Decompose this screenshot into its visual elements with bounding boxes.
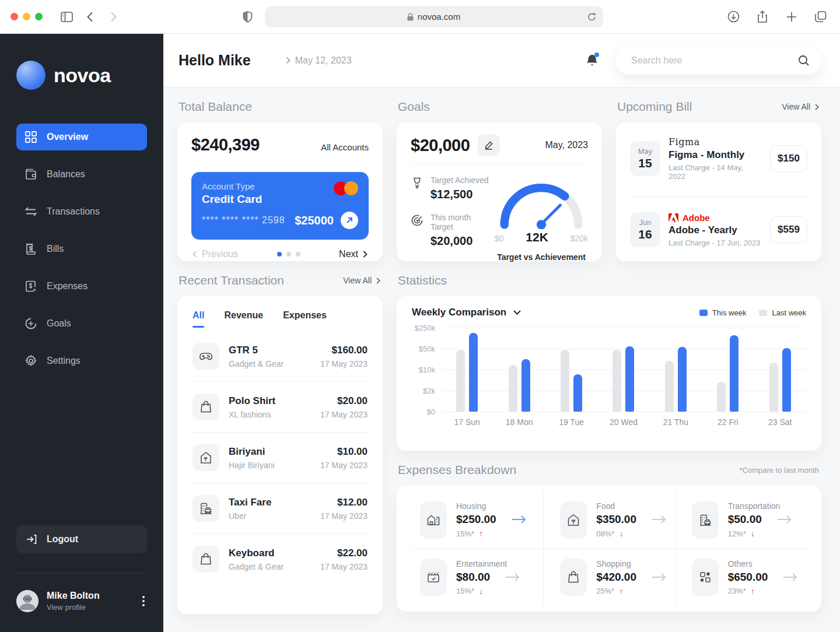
goal-gauge: $0 12K $20k Target vs Achievement <box>495 175 588 262</box>
card-open-button[interactable] <box>341 212 358 229</box>
new-tab-icon[interactable] <box>783 8 800 26</box>
pager-dot[interactable] <box>277 252 282 257</box>
transaction-row[interactable]: Polo Shirt XL fashions $20.00 17 May 202… <box>191 382 369 433</box>
transaction-row[interactable]: Taxi Fare Uber $12.00 17 May 2023 <box>191 483 369 534</box>
back-icon[interactable] <box>81 8 99 26</box>
this-week-bar <box>469 333 478 412</box>
x-tick-label: 17 Sun <box>441 417 493 427</box>
transaction-row[interactable]: Keyboard Gadget & Gear $22.00 17 May 202… <box>191 534 369 584</box>
pager-dot[interactable] <box>286 252 291 257</box>
sidebar-item-transactions[interactable]: Transactions <box>16 198 147 225</box>
credit-card[interactable]: Account Type Credit Card **** **** **** … <box>191 172 369 240</box>
shield-icon[interactable] <box>239 8 257 26</box>
arrow-right-icon[interactable] <box>777 515 792 524</box>
sidebar-item-bills[interactable]: Bills <box>16 236 147 262</box>
bar-group <box>561 328 582 412</box>
sidebar-item-label: Goals <box>47 318 71 329</box>
profile-menu-icon[interactable] <box>140 594 147 609</box>
forward-icon[interactable] <box>104 8 122 26</box>
last-week-swatch <box>759 310 767 316</box>
sidebar-item-settings[interactable]: Settings <box>16 347 147 374</box>
goals-card: $20,000 May, 2023 <box>397 122 602 261</box>
sidebar-toggle-icon[interactable] <box>58 8 75 26</box>
logout-button[interactable]: Logout <box>16 525 147 553</box>
sidebar-item-goals[interactable]: Goals <box>16 310 147 337</box>
bill-row[interactable]: May 15 Figma Figma - Monthly Last Charge… <box>630 136 807 181</box>
last-week-bar <box>717 382 726 412</box>
bill-amount-button[interactable]: $559 <box>770 216 807 243</box>
tab-expenses[interactable]: Expenses <box>283 310 327 328</box>
trend-arrow: ↓ <box>479 587 483 596</box>
bill-amount-button[interactable]: $150 <box>770 145 807 172</box>
arrow-right-icon[interactable] <box>505 573 520 582</box>
profile-row[interactable]: Mike Bolton View profile <box>16 590 147 632</box>
profile-name: Mike Bolton <box>47 591 100 601</box>
search-bar[interactable] <box>616 47 821 75</box>
share-icon[interactable] <box>754 8 771 26</box>
this-week-bar <box>573 374 582 412</box>
sidebar-item-overview[interactable]: Overview <box>16 124 147 150</box>
section-title-goals: Goals <box>398 100 430 114</box>
greeting: Hello Mike <box>178 52 251 69</box>
sidebar-item-expenses[interactable]: Expenses <box>16 273 147 300</box>
chevron-down-icon <box>513 310 521 315</box>
bar-group <box>717 328 738 412</box>
gridline <box>441 412 806 412</box>
gauge-value: 12K <box>526 230 548 244</box>
arrow-right-icon[interactable] <box>652 515 667 524</box>
bill-date-badge: May 15 <box>630 141 660 176</box>
arrow-right-icon[interactable] <box>512 515 527 524</box>
transfer-icon <box>24 205 37 218</box>
weekly-comparison-dropdown[interactable]: Weekly Comparison <box>412 307 521 318</box>
target-achieved-label: Target Achieved <box>430 175 489 185</box>
chevron-right-icon <box>376 278 380 284</box>
transactions-view-all-link[interactable]: View All <box>343 276 380 285</box>
trend-arrow: ↓ <box>619 529 623 538</box>
target-check-icon <box>411 214 424 248</box>
address-bar[interactable]: novoa.com <box>265 6 603 27</box>
date-breadcrumb[interactable]: May 12, 2023 <box>286 55 352 66</box>
bar-group <box>612 328 634 412</box>
upcoming-bill-card: May 15 Figma Figma - Monthly Last Charge… <box>616 122 821 261</box>
arrow-right-icon[interactable] <box>783 573 798 582</box>
transaction-row[interactable]: Biriyani Hajir Biriyani $10.00 17 May 20… <box>191 433 369 483</box>
bill-row[interactable]: Jun 16 Adobe Adobe - Yearly Last <box>630 212 807 247</box>
edit-goal-button[interactable] <box>478 134 500 156</box>
close-window-button[interactable] <box>10 13 18 20</box>
bar-group <box>665 328 687 412</box>
right-column: Goals $20,000 May, 2023 <box>397 87 821 632</box>
minimize-window-button[interactable] <box>23 13 30 20</box>
section-title-recent-transaction: Recent Transaction <box>178 273 284 287</box>
bills-view-all-link[interactable]: View All <box>782 102 819 111</box>
notifications-button[interactable] <box>586 54 598 68</box>
last-week-bar <box>665 361 674 412</box>
y-tick-label: $2k <box>423 387 435 395</box>
previous-button[interactable]: Previous <box>192 249 238 259</box>
clapperboard-icon <box>420 559 447 596</box>
zoom-window-button[interactable] <box>35 13 43 20</box>
reload-icon[interactable] <box>587 12 596 22</box>
bill-last-charge: Last Charge - 14 May, 2022 <box>668 163 762 181</box>
sidebar-item-balances[interactable]: Balances <box>16 161 147 188</box>
arrow-right-icon[interactable] <box>652 573 667 582</box>
transaction-row[interactable]: GTR 5 Gadget & Gear $160.00 17 May 2023 <box>191 331 369 382</box>
search-input[interactable] <box>631 55 798 66</box>
gauge-max: $20k <box>570 234 588 243</box>
shopping-bag-icon <box>192 546 219 573</box>
downloads-icon[interactable] <box>724 8 742 26</box>
x-tick-label: 20 Wed <box>597 417 649 427</box>
gauge-caption: Target vs Achievement <box>497 252 586 262</box>
tab-all[interactable]: All <box>192 310 204 328</box>
tab-revenue[interactable]: Revenue <box>224 310 263 328</box>
y-tick-label: $10k <box>419 366 435 374</box>
next-button[interactable]: Next <box>339 249 368 259</box>
search-icon[interactable] <box>798 55 810 66</box>
expense-cell-housing: Housing $250.00 15%* ↑ <box>412 491 543 549</box>
bar-group <box>509 328 530 412</box>
tabs-icon[interactable] <box>812 8 830 26</box>
pager-dot[interactable] <box>296 252 300 257</box>
goal-amount: $20,000 <box>411 136 470 155</box>
this-week-bar <box>522 359 530 412</box>
trend-arrow: ↑ <box>619 587 623 596</box>
month-target-label: This month Target <box>430 213 495 231</box>
